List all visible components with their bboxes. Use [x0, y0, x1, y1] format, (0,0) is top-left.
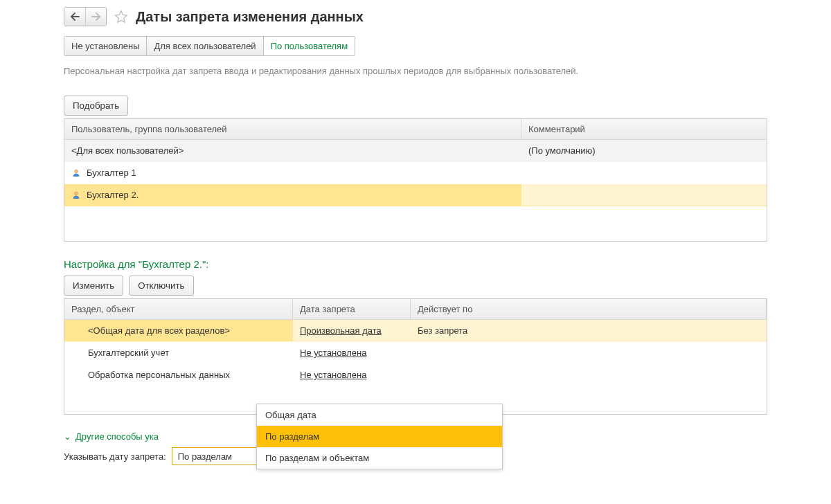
tab-by-users[interactable]: По пользователям [264, 37, 355, 55]
forward-button[interactable] [85, 8, 106, 26]
user-label: <Для всех пользователей> [71, 145, 184, 156]
section-cell: <Общая дата для всех разделов> [64, 320, 293, 341]
user-icon [71, 190, 81, 200]
settings-section-title: Настройка для "Бухгалтер 2.": [64, 258, 767, 270]
user-label: Бухгалтер 1 [87, 168, 136, 178]
details-table: Раздел, объект Дата запрета Действует по… [64, 298, 767, 415]
tabs: Не установлены Для всех пользователей По… [64, 36, 355, 56]
table-row[interactable]: Бухгалтер 1 [64, 162, 767, 184]
valid-cell [411, 364, 767, 386]
svg-point-0 [75, 170, 78, 173]
disable-button[interactable]: Отключить [129, 276, 193, 296]
users-table: Пользователь, группа пользователей Комме… [64, 118, 767, 242]
chevron-down-icon: ⌄ [64, 431, 71, 442]
expand-label: Другие способы ука [75, 431, 159, 442]
user-cell: Бухгалтер 2. [64, 184, 521, 206]
col-comment[interactable]: Комментарий [521, 119, 767, 139]
page-title: Даты запрета изменения данных [136, 9, 364, 25]
select-button[interactable]: Подобрать [64, 96, 128, 116]
col-date[interactable]: Дата запрета [293, 299, 411, 319]
section-cell: Обработка персональных данных [64, 364, 293, 386]
comment-cell [521, 162, 767, 183]
valid-cell: Без запрета [411, 320, 767, 341]
user-icon [71, 168, 81, 178]
valid-cell [411, 342, 767, 363]
users-table-header: Пользователь, группа пользователей Комме… [64, 119, 767, 140]
col-section[interactable]: Раздел, объект [64, 299, 293, 319]
nav-buttons [64, 7, 107, 26]
user-cell: <Для всех пользователей> [64, 140, 521, 161]
arrow-right-icon [91, 12, 101, 21]
date-cell[interactable]: Не установлена [293, 364, 411, 386]
table-filler [64, 206, 767, 241]
svg-point-1 [75, 192, 78, 195]
table-row[interactable]: Обработка персональных данных Не установ… [64, 364, 767, 386]
popup-item-by-sections[interactable]: По разделам [257, 426, 502, 447]
description-text: Персональная настройка дат запрета ввода… [64, 66, 767, 76]
user-label: Бухгалтер 2. [87, 190, 138, 200]
tab-all-users[interactable]: Для всех пользователей [147, 37, 263, 55]
table-row[interactable]: Бухгалтерский учет Не установлена [64, 342, 767, 364]
table-row[interactable]: <Для всех пользователей> (По умолчанию) [64, 140, 767, 162]
table-row[interactable]: <Общая дата для всех разделов> Произволь… [64, 320, 767, 342]
col-valid[interactable]: Действует по [411, 299, 767, 319]
user-cell: Бухгалтер 1 [64, 162, 521, 183]
section-cell: Бухгалтерский учет [64, 342, 293, 363]
comment-cell [521, 184, 767, 206]
date-cell[interactable]: Не установлена [293, 342, 411, 363]
tab-not-set[interactable]: Не установлены [64, 37, 147, 55]
field-label: Указывать дату запрета: [64, 451, 166, 462]
date-cell[interactable]: Произвольная дата [293, 320, 411, 341]
col-user[interactable]: Пользователь, группа пользователей [64, 119, 521, 139]
arrow-left-icon [70, 12, 80, 21]
popup-item-common-date[interactable]: Общая дата [257, 404, 502, 426]
favorite-star-icon[interactable] [114, 9, 129, 24]
back-button[interactable] [64, 8, 85, 26]
dropdown-popup: Общая дата По разделам По разделам и объ… [256, 404, 503, 469]
details-table-header: Раздел, объект Дата запрета Действует по [64, 299, 767, 320]
edit-button[interactable]: Изменить [64, 276, 123, 296]
table-row[interactable]: Бухгалтер 2. [64, 184, 767, 206]
popup-item-by-sections-objects[interactable]: По разделам и объектам [257, 447, 502, 469]
comment-cell: (По умолчанию) [521, 140, 767, 161]
